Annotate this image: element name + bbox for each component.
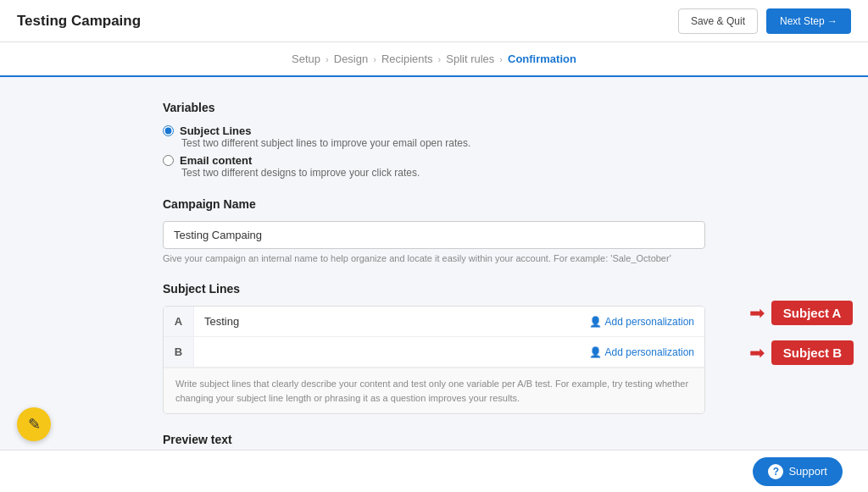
subject-a-personalization[interactable]: 👤 Add personalization — [579, 316, 704, 328]
variables-title: Variables — [163, 101, 705, 114]
breadcrumb-confirmation[interactable]: Confirmation — [508, 53, 576, 65]
arrow-a-icon: ➡ — [749, 302, 765, 324]
support-question-icon: ? — [768, 464, 783, 479]
campaign-name-title: Campaign Name — [163, 197, 705, 211]
subject-hint-box: Write subject lines that clearly describ… — [164, 368, 704, 413]
bottom-bar: ? Support — [0, 450, 868, 492]
subject-b-personalization-label: Add personalization — [605, 346, 694, 358]
header-actions: Save & Quit Next Step → — [678, 8, 851, 34]
save-quit-button[interactable]: Save & Quit — [678, 8, 758, 34]
pencil-icon: ✎ — [28, 415, 41, 434]
breadcrumb-setup[interactable]: Setup — [292, 53, 320, 65]
subject-lines-label[interactable]: Subject Lines — [163, 124, 705, 137]
support-label: Support — [788, 465, 827, 478]
breadcrumb-sep-1: › — [326, 54, 329, 64]
subject-lines-desc: Test two different subject lines to impr… — [181, 137, 705, 149]
breadcrumb-sep-3: › — [438, 54, 442, 64]
subject-row-b: B 👤 Add personalization — [164, 337, 704, 368]
user-icon-a: 👤 — [589, 316, 602, 328]
breadcrumb-split-rules[interactable]: Split rules — [446, 53, 494, 65]
subject-box: A 👤 Add personalization B 👤 Add personal… — [163, 306, 705, 414]
campaign-name-section: Campaign Name Give your campaign an inte… — [163, 197, 705, 263]
breadcrumb-sep-2: › — [373, 54, 376, 64]
email-content-text: Email content — [180, 154, 252, 167]
arrow-a-row: ➡ Subject A — [749, 301, 854, 325]
subject-a-personalization-label: Add personalization — [605, 316, 694, 328]
subject-lines-section-title: Subject Lines — [163, 282, 705, 296]
subject-a-label: A — [164, 307, 194, 336]
variables-section: Variables Subject Lines Test two differe… — [163, 101, 705, 179]
breadcrumb-sep-4: › — [499, 54, 503, 64]
subject-lines-section: Subject Lines A 👤 Add personalization B — [163, 282, 705, 414]
subject-row-a: A 👤 Add personalization — [164, 307, 704, 337]
campaign-name-hint: Give your campaign an internal name to h… — [163, 253, 705, 263]
email-content-option: Email content Test two different designs… — [163, 154, 705, 179]
inner-content: Variables Subject Lines Test two differe… — [163, 101, 705, 492]
breadcrumb-design[interactable]: Design — [334, 53, 368, 65]
breadcrumb-recipients[interactable]: Recipients — [381, 53, 433, 65]
header: Testing Campaing Save & Quit Next Step → — [0, 0, 868, 42]
email-content-label[interactable]: Email content — [163, 154, 705, 167]
preview-text-title: Preview text — [163, 433, 705, 446]
arrow-b-icon: ➡ — [749, 342, 765, 364]
radio-group: Subject Lines Test two different subject… — [163, 124, 705, 179]
subject-lines-option: Subject Lines Test two different subject… — [163, 124, 705, 149]
email-content-radio[interactable] — [163, 155, 174, 166]
breadcrumb: Setup › Design › Recipients › Split rule… — [0, 42, 868, 77]
page-title: Testing Campaing — [17, 13, 141, 30]
main-content: Variables Subject Lines Test two differe… — [163, 77, 705, 492]
subject-b-label: B — [164, 337, 194, 367]
arrow-labels: ➡ Subject A ➡ Subject B — [749, 301, 854, 365]
support-button[interactable]: ? Support — [753, 457, 843, 486]
email-content-desc: Test two different designs to improve yo… — [181, 167, 705, 179]
campaign-name-input[interactable] — [163, 221, 705, 249]
next-step-button[interactable]: Next Step → — [766, 8, 851, 34]
subject-a-input[interactable] — [194, 307, 579, 336]
subject-b-personalization[interactable]: 👤 Add personalization — [579, 346, 704, 358]
subject-lines-radio[interactable] — [163, 125, 174, 136]
subject-b-input[interactable] — [194, 337, 579, 367]
subject-hint: Write subject lines that clearly describ… — [175, 377, 693, 405]
user-icon-b: 👤 — [589, 346, 602, 358]
arrow-b-row: ➡ Subject B — [749, 340, 854, 365]
subject-lines-text: Subject Lines — [180, 124, 252, 137]
floating-pencil-button[interactable]: ✎ — [17, 407, 51, 441]
subject-a-badge: Subject A — [771, 301, 854, 325]
content-wrap: Variables Subject Lines Test two differe… — [0, 77, 868, 492]
subject-b-badge: Subject B — [771, 340, 854, 365]
